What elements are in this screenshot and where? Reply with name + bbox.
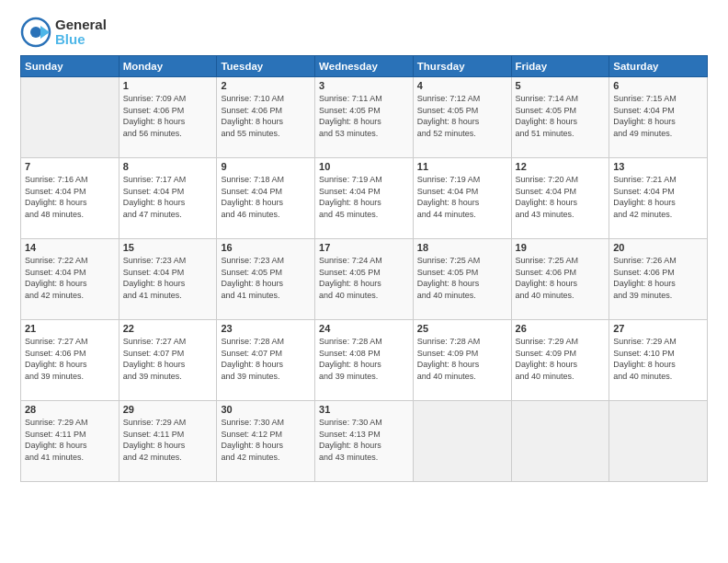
day-cell: 31Sunrise: 7:30 AM Sunset: 4:13 PM Dayli…	[315, 401, 414, 482]
day-number: 14	[25, 242, 115, 253]
day-number: 20	[613, 242, 703, 253]
day-info: Sunrise: 7:30 AM Sunset: 4:12 PM Dayligh…	[221, 417, 311, 463]
day-info: Sunrise: 7:26 AM Sunset: 4:06 PM Dayligh…	[613, 255, 703, 301]
day-info: Sunrise: 7:23 AM Sunset: 4:04 PM Dayligh…	[123, 255, 213, 301]
weekday-header-friday: Friday	[511, 56, 609, 77]
day-cell: 22Sunrise: 7:27 AM Sunset: 4:07 PM Dayli…	[119, 320, 217, 401]
day-number: 16	[221, 242, 311, 253]
weekday-header-thursday: Thursday	[413, 56, 511, 77]
day-number: 3	[319, 80, 409, 91]
day-number: 19	[516, 242, 606, 253]
day-cell: 26Sunrise: 7:29 AM Sunset: 4:09 PM Dayli…	[511, 320, 609, 401]
day-cell: 5Sunrise: 7:14 AM Sunset: 4:05 PM Daylig…	[511, 77, 609, 158]
day-number: 28	[25, 404, 115, 415]
day-number: 1	[123, 80, 213, 91]
day-info: Sunrise: 7:30 AM Sunset: 4:13 PM Dayligh…	[319, 417, 409, 463]
weekday-header-row: SundayMondayTuesdayWednesdayThursdayFrid…	[21, 56, 708, 77]
day-number: 25	[417, 323, 507, 334]
day-info: Sunrise: 7:14 AM Sunset: 4:05 PM Dayligh…	[516, 93, 606, 139]
day-number: 11	[417, 161, 507, 172]
day-number: 29	[123, 404, 213, 415]
day-number: 31	[319, 404, 409, 415]
weekday-header-saturday: Saturday	[609, 56, 708, 77]
day-number: 30	[221, 404, 311, 415]
day-info: Sunrise: 7:11 AM Sunset: 4:05 PM Dayligh…	[319, 93, 409, 139]
page: General Blue SundayMondayTuesdayWednesda…	[0, 0, 728, 563]
day-cell: 19Sunrise: 7:25 AM Sunset: 4:06 PM Dayli…	[511, 239, 609, 320]
day-cell: 27Sunrise: 7:29 AM Sunset: 4:10 PM Dayli…	[609, 320, 708, 401]
day-number: 23	[221, 323, 311, 334]
weekday-header-tuesday: Tuesday	[217, 56, 315, 77]
day-cell: 25Sunrise: 7:28 AM Sunset: 4:09 PM Dayli…	[413, 320, 511, 401]
day-info: Sunrise: 7:15 AM Sunset: 4:04 PM Dayligh…	[613, 93, 703, 139]
day-cell	[511, 401, 609, 482]
week-row-1: 1Sunrise: 7:09 AM Sunset: 4:06 PM Daylig…	[21, 77, 708, 158]
day-cell	[413, 401, 511, 482]
day-info: Sunrise: 7:22 AM Sunset: 4:04 PM Dayligh…	[25, 255, 115, 301]
logo-icon	[20, 17, 51, 48]
day-cell: 12Sunrise: 7:20 AM Sunset: 4:04 PM Dayli…	[511, 158, 609, 239]
day-number: 22	[123, 323, 213, 334]
day-cell: 30Sunrise: 7:30 AM Sunset: 4:12 PM Dayli…	[217, 401, 315, 482]
day-cell: 9Sunrise: 7:18 AM Sunset: 4:04 PM Daylig…	[217, 158, 315, 239]
day-info: Sunrise: 7:27 AM Sunset: 4:06 PM Dayligh…	[25, 336, 115, 382]
day-cell: 29Sunrise: 7:29 AM Sunset: 4:11 PM Dayli…	[119, 401, 217, 482]
day-cell: 15Sunrise: 7:23 AM Sunset: 4:04 PM Dayli…	[119, 239, 217, 320]
weekday-header-wednesday: Wednesday	[315, 56, 414, 77]
day-info: Sunrise: 7:19 AM Sunset: 4:04 PM Dayligh…	[319, 174, 409, 220]
day-cell: 18Sunrise: 7:25 AM Sunset: 4:05 PM Dayli…	[413, 239, 511, 320]
day-info: Sunrise: 7:21 AM Sunset: 4:04 PM Dayligh…	[613, 174, 703, 220]
day-info: Sunrise: 7:28 AM Sunset: 4:08 PM Dayligh…	[319, 336, 409, 382]
day-info: Sunrise: 7:29 AM Sunset: 4:11 PM Dayligh…	[25, 417, 115, 463]
weekday-header-sunday: Sunday	[21, 56, 119, 77]
day-cell: 17Sunrise: 7:24 AM Sunset: 4:05 PM Dayli…	[315, 239, 414, 320]
svg-point-1	[30, 27, 41, 38]
day-number: 5	[516, 80, 606, 91]
day-cell: 1Sunrise: 7:09 AM Sunset: 4:06 PM Daylig…	[119, 77, 217, 158]
day-cell: 13Sunrise: 7:21 AM Sunset: 4:04 PM Dayli…	[609, 158, 708, 239]
day-info: Sunrise: 7:18 AM Sunset: 4:04 PM Dayligh…	[221, 174, 311, 220]
day-info: Sunrise: 7:29 AM Sunset: 4:10 PM Dayligh…	[613, 336, 703, 382]
day-cell: 16Sunrise: 7:23 AM Sunset: 4:05 PM Dayli…	[217, 239, 315, 320]
day-cell: 6Sunrise: 7:15 AM Sunset: 4:04 PM Daylig…	[609, 77, 708, 158]
logo: General Blue	[20, 17, 107, 48]
day-info: Sunrise: 7:20 AM Sunset: 4:04 PM Dayligh…	[516, 174, 606, 220]
day-cell: 14Sunrise: 7:22 AM Sunset: 4:04 PM Dayli…	[21, 239, 119, 320]
day-number: 26	[516, 323, 606, 334]
day-info: Sunrise: 7:12 AM Sunset: 4:05 PM Dayligh…	[417, 93, 507, 139]
day-info: Sunrise: 7:25 AM Sunset: 4:06 PM Dayligh…	[516, 255, 606, 301]
day-number: 10	[319, 161, 409, 172]
day-info: Sunrise: 7:09 AM Sunset: 4:06 PM Dayligh…	[123, 93, 213, 139]
day-cell: 2Sunrise: 7:10 AM Sunset: 4:06 PM Daylig…	[217, 77, 315, 158]
day-info: Sunrise: 7:25 AM Sunset: 4:05 PM Dayligh…	[417, 255, 507, 301]
day-info: Sunrise: 7:28 AM Sunset: 4:07 PM Dayligh…	[221, 336, 311, 382]
day-number: 15	[123, 242, 213, 253]
day-number: 21	[25, 323, 115, 334]
day-cell: 8Sunrise: 7:17 AM Sunset: 4:04 PM Daylig…	[119, 158, 217, 239]
logo-general: General	[55, 17, 107, 32]
day-cell: 10Sunrise: 7:19 AM Sunset: 4:04 PM Dayli…	[315, 158, 414, 239]
day-cell	[21, 77, 119, 158]
calendar-table: SundayMondayTuesdayWednesdayThursdayFrid…	[20, 55, 708, 482]
day-cell: 11Sunrise: 7:19 AM Sunset: 4:04 PM Dayli…	[413, 158, 511, 239]
day-cell: 20Sunrise: 7:26 AM Sunset: 4:06 PM Dayli…	[609, 239, 708, 320]
day-number: 4	[417, 80, 507, 91]
day-cell: 28Sunrise: 7:29 AM Sunset: 4:11 PM Dayli…	[21, 401, 119, 482]
day-info: Sunrise: 7:17 AM Sunset: 4:04 PM Dayligh…	[123, 174, 213, 220]
day-info: Sunrise: 7:10 AM Sunset: 4:06 PM Dayligh…	[221, 93, 311, 139]
day-info: Sunrise: 7:29 AM Sunset: 4:11 PM Dayligh…	[123, 417, 213, 463]
day-number: 13	[613, 161, 703, 172]
week-row-3: 14Sunrise: 7:22 AM Sunset: 4:04 PM Dayli…	[21, 239, 708, 320]
day-cell: 4Sunrise: 7:12 AM Sunset: 4:05 PM Daylig…	[413, 77, 511, 158]
day-info: Sunrise: 7:29 AM Sunset: 4:09 PM Dayligh…	[516, 336, 606, 382]
day-number: 2	[221, 80, 311, 91]
day-number: 27	[613, 323, 703, 334]
header: General Blue	[20, 17, 708, 48]
day-number: 9	[221, 161, 311, 172]
day-number: 7	[25, 161, 115, 172]
day-cell: 23Sunrise: 7:28 AM Sunset: 4:07 PM Dayli…	[217, 320, 315, 401]
day-cell: 3Sunrise: 7:11 AM Sunset: 4:05 PM Daylig…	[315, 77, 414, 158]
weekday-header-monday: Monday	[119, 56, 217, 77]
logo-blue: Blue	[55, 31, 85, 47]
week-row-5: 28Sunrise: 7:29 AM Sunset: 4:11 PM Dayli…	[21, 401, 708, 482]
